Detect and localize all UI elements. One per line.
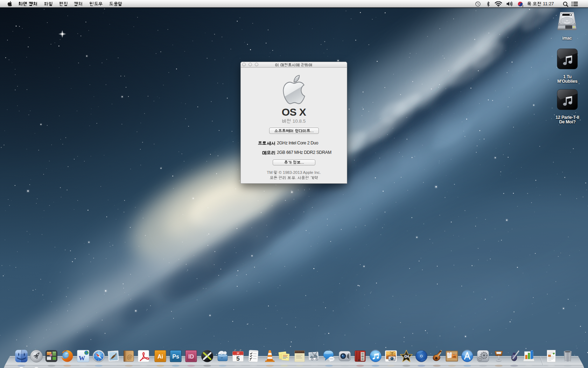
svg-text:2: 2 (522, 5, 523, 7)
svg-text:Ps: Ps (172, 354, 179, 360)
svg-text:5: 5 (236, 355, 239, 362)
svg-text:Ai: Ai (158, 354, 163, 360)
svg-text:12: 12 (237, 352, 239, 354)
svg-text:w: w (79, 353, 85, 362)
svg-text:@: @ (127, 353, 133, 360)
svg-text:ID: ID (188, 354, 194, 360)
